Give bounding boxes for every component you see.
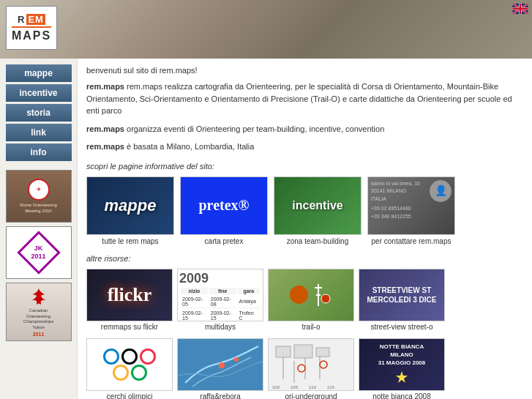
logo[interactable]: R EM MAPS — [6, 6, 57, 50]
card-mappe[interactable]: mappe tutte le rem maps — [86, 176, 174, 245]
pretex-card-text: pretex® — [199, 197, 250, 214]
svg-marker-15 — [396, 371, 408, 383]
desc3: rem.maps è basata a Milano, Lombardia, I… — [86, 141, 523, 153]
sidebar-images: ✈ Rome OrienteeringMeeting 2010 JK2011 — [0, 163, 77, 348]
multidays-table: niziofinegara 2009-02-052009-02-08Antaly… — [179, 286, 261, 321]
raffa-map-visual — [178, 339, 263, 390]
resources-section-title: altre risorse: — [86, 254, 523, 263]
olympic-rings — [103, 348, 156, 381]
ring-green — [131, 365, 147, 381]
logo-top: R EM — [18, 14, 45, 25]
incentive-card-text: incentive — [292, 199, 342, 212]
sidebar-canadian[interactable]: CanadianOrienteeringChampionshipsYukon 2… — [6, 283, 72, 341]
card-pretex[interactable]: pretex® carta pretex — [180, 176, 268, 245]
logo-maps: MAPS — [12, 26, 51, 42]
olympic-label: cerchi olimpici — [107, 392, 153, 400]
svg-text:115: 115 — [327, 385, 335, 389]
card-incentive[interactable]: incentive zona team-building — [274, 176, 361, 245]
flickr-text: flickr — [108, 284, 152, 306]
notte-text: NOTTE BIANCAMILANO31 MAGGIO 2008 — [378, 343, 425, 368]
ori-map-visual: 100 105 110 115 — [269, 339, 353, 390]
svg-rect-8 — [316, 348, 329, 357]
notte-label: notte bianca 2008 — [372, 392, 431, 400]
resource-streetview[interactable]: STREETVIEW STMERCOLEDI 3 DICE street-vie… — [359, 269, 445, 331]
streetview-label: street-view street-o — [370, 323, 432, 331]
nav-storia[interactable]: storia — [6, 104, 72, 122]
card-info[interactable]: siamo in via brera, 16 20141 MILANO ITAL… — [367, 176, 455, 245]
ring-black — [121, 348, 138, 365]
svg-point-3 — [219, 362, 225, 368]
trailo-visual — [290, 280, 333, 310]
resource-raffa[interactable]: raffa&rebora — [177, 338, 263, 400]
nav-incentive[interactable]: incentive — [6, 84, 72, 102]
streetview-text: STREETVIEW STMERCOLEDI 3 DICE — [367, 286, 436, 305]
nav-info[interactable]: info — [6, 143, 72, 161]
svg-rect-6 — [276, 346, 291, 357]
desc1: rem.maps rem.maps realizza cartografia d… — [86, 81, 523, 117]
header: R EM MAPS — [0, 0, 532, 59]
canada-eagle-icon — [29, 286, 49, 307]
rome-circle: ✈ — [28, 179, 50, 201]
resource-notte[interactable]: NOTTE BIANCAMILANO31 MAGGIO 2008 notte b… — [359, 338, 445, 400]
main-content: benvenuti sul sito di rem.maps! rem.maps… — [77, 59, 532, 399]
ring-red — [140, 348, 156, 365]
resources-grid: flickr remmaps su flickr 2009 niziofineg… — [86, 269, 523, 400]
ring-blue — [103, 348, 119, 365]
multidays-label: multidays — [205, 323, 236, 331]
logo-rem: R — [18, 14, 25, 25]
mappe-card-label: tutte le rem maps — [102, 237, 158, 245]
rome-label: Rome OrienteeringMeeting 2010 — [20, 203, 57, 215]
svg-point-1 — [321, 294, 330, 303]
canada-label: CanadianOrienteeringChampionshipsYukon 2… — [23, 308, 53, 338]
info-cards: mappe tutte le rem maps pretex® carta pr… — [86, 176, 523, 245]
incentive-card-label: zona team-building — [287, 237, 349, 245]
main-layout: mappe incentive storia link info ✈ Rome … — [0, 59, 532, 399]
sidebar: mappe incentive storia link info ✈ Rome … — [0, 59, 77, 399]
info-card-content: siamo in via brera, 16 20141 MILANO ITAL… — [371, 180, 452, 221]
header-background — [0, 0, 532, 59]
svg-rect-7 — [294, 345, 312, 358]
logo-em: EM — [26, 14, 45, 25]
svg-text:110: 110 — [309, 385, 317, 389]
info-card-label: per contattare rem.maps — [372, 237, 452, 245]
resource-flickr[interactable]: flickr remmaps su flickr — [86, 269, 173, 331]
resource-ori[interactable]: 100 105 110 115 ori-underground — [268, 338, 354, 400]
sidebar-jk2011[interactable]: JK2011 — [6, 226, 72, 279]
resource-trailo[interactable]: trail-o — [268, 269, 354, 331]
ring-yellow — [113, 365, 129, 381]
sidebar-rome-2010[interactable]: ✈ Rome OrienteeringMeeting 2010 — [6, 170, 72, 223]
ori-label: ori-underground — [285, 392, 337, 400]
svg-text:105: 105 — [291, 385, 299, 389]
svg-text:100: 100 — [272, 385, 280, 389]
year-header: 2009 — [179, 271, 261, 286]
nav-link[interactable]: link — [6, 124, 72, 141]
welcome-text: benvenuti sul sito di rem.maps! — [86, 66, 523, 75]
mappe-card-text: mappe — [105, 196, 157, 215]
nav-mappe[interactable]: mappe — [6, 64, 72, 82]
desc2: rem.maps organizza eventi di Orienteerin… — [86, 123, 523, 135]
info-section-title: scopri le pagine informative del sito: — [86, 162, 523, 171]
resource-olympic[interactable]: cerchi olimpici — [86, 338, 173, 400]
trailo-label: trail-o — [301, 323, 320, 331]
raffa-label: raffa&rebora — [200, 392, 240, 400]
jk-label: JK2011 — [31, 245, 45, 261]
svg-point-4 — [234, 357, 239, 362]
flickr-label: remmaps su flickr — [101, 323, 158, 331]
notte-star-icon — [394, 370, 409, 386]
resource-2009[interactable]: 2009 niziofinegara 2009-02-052009-02-08A… — [177, 269, 263, 331]
uk-flag-icon[interactable] — [512, 4, 528, 14]
pretex-card-label: carta pretex — [205, 237, 244, 245]
